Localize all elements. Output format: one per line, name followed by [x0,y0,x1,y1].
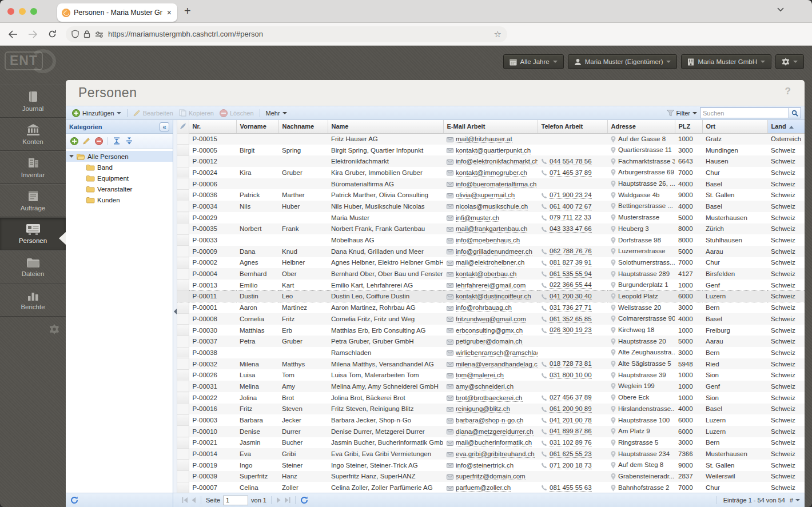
phone-link[interactable]: 031 800 10 00 [550,372,592,379]
phone-link[interactable]: 061 352 65 85 [550,316,592,323]
tab-close-icon[interactable]: × [166,8,173,17]
forward-button[interactable] [28,30,38,38]
tree-item[interactable]: Kunden [66,194,173,205]
close-window-button[interactable] [7,8,14,15]
refresh-grid-button[interactable] [300,496,308,504]
table-row[interactable]: P-00007 Celina Zoller Celina Zoller, Zol… [177,482,805,493]
search-submit-button[interactable] [789,107,801,118]
collapse-panel-button[interactable]: « [160,122,169,131]
more-button[interactable]: Mehr [263,107,290,119]
email-link[interactable]: info@steinertrick.ch [456,462,514,469]
sidebar-gear-icon[interactable] [49,324,59,334]
email-link[interactable]: barbara@shop-n-go.ch [456,417,523,424]
table-row[interactable]: P-00033 Möbelhaus AG info@moebenhaus.ch … [177,234,805,246]
phone-link[interactable]: 031 736 27 71 [550,304,592,312]
email-link[interactable]: mail@fritzhauser.at [456,135,512,143]
email-link[interactable]: info@moebenhaus.ch [456,237,520,244]
email-link[interactable]: info@bueromaterialfirma.ch [456,181,536,188]
phone-link[interactable]: 044 554 78 56 [550,158,592,165]
table-row[interactable]: P-00006 Büromaterialfirma AG info@buerom… [177,178,805,190]
reload-button[interactable] [48,30,57,38]
phone-link[interactable]: 061 200 90 89 [550,405,592,413]
tree-expander-icon[interactable] [69,155,74,158]
phone-link[interactable]: 061 535 55 94 [550,270,592,278]
table-row[interactable]: P-00031 Melina Amy Melina Amy, Amy Schne… [177,381,805,392]
bookmark-star-icon[interactable]: ☆ [494,29,501,39]
table-row[interactable]: P-00036 Patrick Marther Patrick Marther,… [177,189,805,201]
minimize-window-button[interactable] [19,8,26,15]
phone-link[interactable]: 022 366 55 44 [550,281,592,289]
permissions-icon[interactable] [95,31,104,38]
email-link[interactable]: nicolas@musikschule.ch [456,203,528,210]
column-header-land[interactable]: Land [767,120,805,133]
table-row[interactable]: P-00039 Superfritz Hanz Superfritz Hanz,… [177,471,805,482]
table-row[interactable]: P-00030 Matthias Erb Matthias Erb, Erb C… [177,325,805,336]
email-link[interactable]: reinigung@blitz.ch [456,405,510,413]
edit-category-button[interactable] [83,137,90,145]
table-row[interactable]: P-00034 Nils Huber Nils Huber, Musikschu… [177,201,805,212]
copy-button[interactable]: Kopieren [176,107,217,119]
collapse-all-button[interactable] [125,137,133,145]
table-row[interactable]: P-00022 Jolina Brot Jolina Brot, Bäckere… [177,392,805,404]
email-link[interactable]: kontakt@quartierpunkt.ch [456,147,531,154]
email-link[interactable]: info@elektronikfachmarkt.ch [456,158,538,165]
refresh-categories-button[interactable] [70,496,78,504]
column-header-email[interactable]: E-Mail Arbeit [443,120,538,133]
page-input[interactable] [223,496,248,505]
tree-item[interactable]: Veranstalter [66,183,173,194]
phone-link[interactable]: 027 456 37 89 [550,394,592,401]
email-link[interactable]: kontakt@immogruber.ch [456,169,527,177]
phone-link[interactable]: 041 200 30 40 [550,293,592,300]
email-link[interactable]: parfuem@zoller.ch [456,484,511,492]
column-header-nachname[interactable]: Nachname [278,120,328,133]
expand-all-button[interactable] [113,137,121,145]
sidebar-item-personen[interactable]: Personen [0,217,66,250]
email-link[interactable]: olivia@supermail.ch [456,191,515,199]
table-row[interactable]: P-00019 Ingo Steiner Ingo Steiner, Stein… [177,460,805,471]
panel-splitter[interactable] [173,120,177,493]
column-header-plz[interactable]: PLZ [675,120,702,133]
phone-link[interactable]: 043 333 47 66 [550,225,592,233]
table-row[interactable]: P-00038 Ramschladen wirliebenramsch@rams… [177,347,805,358]
company-menu-button[interactable]: Maria Muster GmbH [681,54,771,69]
column-header-telefon[interactable]: Telefon Arbeit [538,120,607,133]
phone-link[interactable]: 062 788 76 76 [550,247,592,255]
phone-link[interactable]: 018 728 73 81 [550,360,592,368]
email-link[interactable]: kontakt@oberbau.ch [456,270,516,278]
phone-link[interactable]: 041 201 00 78 [550,417,592,424]
year-filter-button[interactable]: Alle Jahre [503,54,564,69]
phone-link[interactable]: 026 300 19 23 [550,326,592,334]
table-row[interactable]: P-00035 Norbert Frank Norbert Frank, Fra… [177,223,805,235]
splitter-collapse-handle[interactable] [174,309,177,314]
delete-button[interactable]: Löschen [217,107,257,119]
phone-link[interactable]: 041 899 87 86 [550,428,592,435]
url-field[interactable]: https://mariamustergmbh.cashctrl.com/#pe… [66,26,507,42]
table-row[interactable]: P-00024 Kira Gruber Kira Gruber, Immobil… [177,167,805,178]
settings-button[interactable] [775,54,804,69]
add-button[interactable]: Hinzufügen [69,107,124,119]
table-row[interactable]: P-00003 Barbara Jecker Barbara Jecker, S… [177,414,805,426]
email-link[interactable]: milena@versandhandelag.ch [456,361,538,368]
phone-link[interactable]: 079 711 22 33 [550,214,591,221]
table-row[interactable]: P-00015 Fritz Hauser AG mail@fritzhauser… [177,133,805,145]
user-menu-button[interactable]: Maria Muster (Eigentümer) [568,54,678,69]
search-input[interactable] [700,107,789,118]
email-link[interactable]: brot@brotbaeckerei.ch [456,394,523,402]
first-page-button[interactable] [182,497,188,503]
column-header-name[interactable]: Name [328,120,443,133]
delete-category-button[interactable] [95,137,103,145]
tree-root-alle-personen[interactable]: Alle Personen [66,151,173,162]
shield-icon[interactable] [71,30,79,38]
next-page-button[interactable] [276,497,281,503]
table-row[interactable]: P-00011 Dustin Leo Dustin Leo, Coiffure … [177,291,805,302]
new-tab-button[interactable]: + [184,5,191,18]
table-row[interactable]: P-00037 Petra Gruber Petra Gruber, Grube… [177,336,805,347]
phone-link[interactable]: 061 400 72 67 [550,203,592,210]
email-link[interactable]: tom@malerei.ch [456,372,504,379]
page-size-button[interactable]: # [790,497,800,504]
table-row[interactable]: P-00002 Agnes Helbner Agnes Helbner, Ele… [177,257,805,269]
edit-button[interactable]: Bearbeiten [130,107,176,119]
tree-item[interactable]: Band [66,162,173,173]
email-link[interactable]: petigruber@domain.ch [456,338,523,345]
sidebar-item-konten[interactable]: Konten [0,118,66,151]
